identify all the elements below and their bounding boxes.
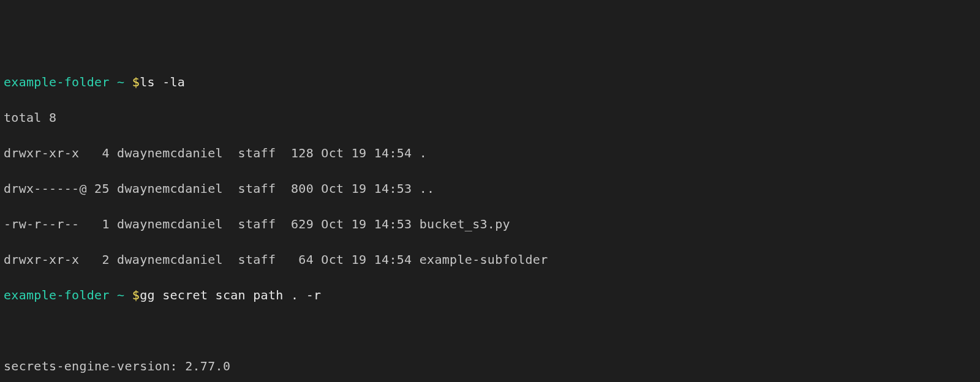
ls-row: drwx------@ 25 dwaynemcdaniel staff 800 … xyxy=(4,180,976,198)
ls-row: -rw-r--r-- 1 dwaynemcdaniel staff 629 Oc… xyxy=(4,215,976,233)
prompt-dollar: $ xyxy=(132,75,140,89)
prompt-line-1[interactable]: example-folder ~ $ls -la xyxy=(4,73,976,91)
prompt-folder: example-folder xyxy=(4,288,110,302)
prompt-line-2[interactable]: example-folder ~ $gg secret scan path . … xyxy=(4,286,976,304)
prompt-tilde: ~ xyxy=(110,75,132,89)
prompt-dollar: $ xyxy=(132,288,140,302)
ls-row: drwxr-xr-x 4 dwaynemcdaniel staff 128 Oc… xyxy=(4,144,976,162)
prompt-tilde: ~ xyxy=(110,288,132,302)
cmd-ls: ls -la xyxy=(140,75,185,89)
ls-total: total 8 xyxy=(4,109,976,127)
engine-version: secrets-engine-version: 2.77.0 xyxy=(4,358,976,375)
prompt-folder: example-folder xyxy=(4,75,110,89)
ls-row: drwxr-xr-x 2 dwaynemcdaniel staff 64 Oct… xyxy=(4,251,976,269)
cmd-gg: gg secret scan path . -r xyxy=(140,288,321,302)
blank-line xyxy=(4,322,976,340)
